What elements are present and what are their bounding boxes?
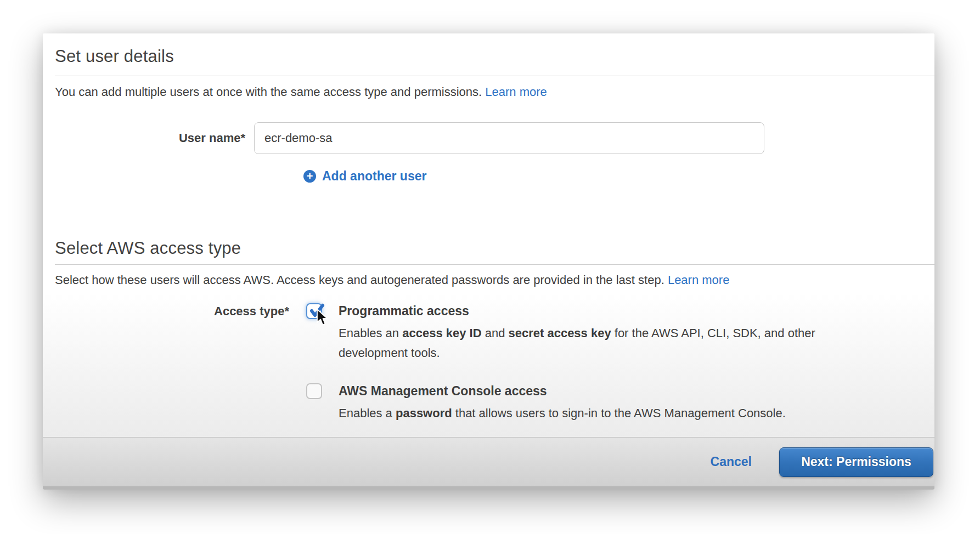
learn-more-link-access-type[interactable]: Learn more: [668, 273, 730, 287]
desc-bold: secret access key: [508, 326, 611, 340]
console-access-title: AWS Management Console access: [339, 383, 786, 399]
access-type-block: Access type* Programmatic access Enables…: [55, 303, 923, 423]
user-details-intro: You can add multiple users at once with …: [55, 84, 923, 99]
checkmark-icon: [308, 303, 326, 320]
access-type-title: Select AWS access type: [55, 237, 923, 259]
console-access-checkbox[interactable]: [306, 383, 322, 399]
console-access-text: AWS Management Console access Enables a …: [339, 383, 786, 423]
programmatic-access-option: Programmatic access Enables an access ke…: [306, 303, 887, 363]
desc-text: that allows users to sign-in to the AWS …: [452, 406, 786, 420]
page-title: Set user details: [55, 46, 923, 67]
programmatic-access-checkbox[interactable]: [306, 303, 322, 319]
intro-text: You can add multiple users at once with …: [55, 85, 485, 99]
access-type-divider: [55, 264, 934, 265]
console-access-desc: Enables a password that allows users to …: [339, 404, 786, 423]
username-row: User name*: [55, 122, 923, 154]
desc-text: Enables a: [339, 406, 396, 420]
desc-text: and: [482, 326, 509, 340]
username-label: User name*: [55, 131, 245, 145]
wizard-content: Set user details You can add multiple us…: [43, 33, 934, 423]
programmatic-access-title: Programmatic access: [339, 303, 887, 319]
plus-circle-icon: +: [303, 170, 316, 183]
add-user-wizard-card: Set user details You can add multiple us…: [43, 33, 934, 490]
cancel-button[interactable]: Cancel: [711, 455, 752, 469]
access-options: Programmatic access Enables an access ke…: [306, 303, 887, 423]
intro-text-2: Select how these users will access AWS. …: [55, 273, 668, 287]
wizard-footer: Cancel Next: Permissions: [43, 437, 934, 486]
username-input[interactable]: [254, 122, 764, 154]
programmatic-access-text: Programmatic access Enables an access ke…: [339, 303, 887, 363]
add-another-user-button[interactable]: + Add another user: [55, 169, 923, 184]
desc-bold: password: [396, 406, 452, 420]
card-bottom-edge: [43, 486, 934, 490]
title-divider: [55, 76, 934, 76]
access-type-label: Access type*: [55, 303, 289, 423]
learn-more-link-user-details[interactable]: Learn more: [485, 85, 547, 99]
desc-text: Enables an: [339, 326, 402, 340]
console-access-option: AWS Management Console access Enables a …: [306, 383, 887, 423]
access-type-intro: Select how these users will access AWS. …: [55, 272, 923, 287]
desc-bold: access key ID: [402, 326, 481, 340]
next-permissions-button[interactable]: Next: Permissions: [779, 447, 933, 477]
programmatic-access-desc: Enables an access key ID and secret acce…: [339, 323, 887, 363]
add-another-user-label: Add another user: [322, 169, 426, 184]
